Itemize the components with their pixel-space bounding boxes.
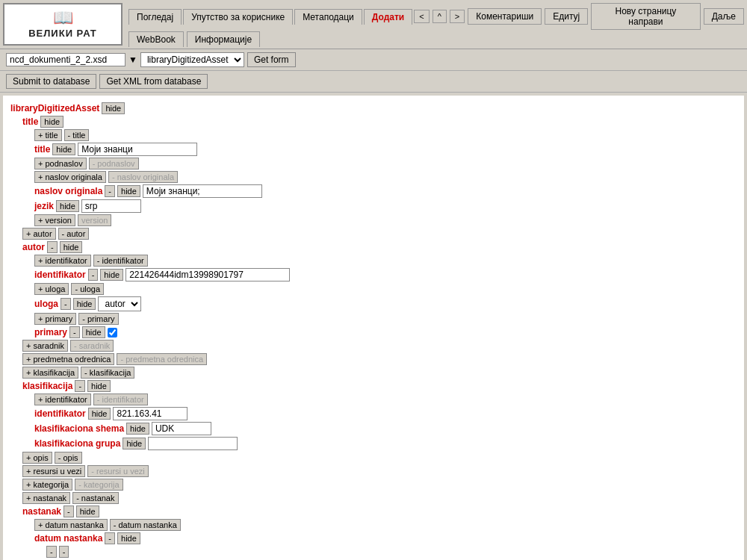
nav-metapodaci[interactable]: Метаподаци xyxy=(294,9,362,25)
minus-naslov-btn[interactable]: - naslov originala xyxy=(108,171,178,183)
klasifikacija-label: klasifikacija xyxy=(22,381,72,391)
klas-shema-input[interactable] xyxy=(152,422,211,435)
plus-nastanak-btn[interactable]: + nastanak xyxy=(22,492,70,504)
nav-webbook[interactable]: WebBook xyxy=(128,31,184,47)
naslov-originala-row: naslov originala - hide xyxy=(34,184,737,198)
naslov-originala-input[interactable] xyxy=(143,184,262,198)
uloga-minus-btn[interactable]: - xyxy=(61,298,71,310)
nav-arrow-right[interactable]: > xyxy=(450,10,465,23)
minus-podnaslov-btn[interactable]: - podnaslov xyxy=(89,158,139,169)
autor-identifikator-hide-btn[interactable]: hide xyxy=(100,269,123,281)
datum-dec-btn[interactable]: - xyxy=(46,546,57,558)
klas-grupa-hide-btn[interactable]: hide xyxy=(123,438,146,449)
plus-uloga-btn[interactable]: + uloga xyxy=(34,283,69,295)
nav-informacije[interactable]: Информације xyxy=(187,31,260,47)
nav-uputstvo[interactable]: Упутство за кориснике xyxy=(183,9,293,25)
get-form-button[interactable]: Get form xyxy=(247,52,296,67)
submit-db-button[interactable]: Submit to database xyxy=(6,74,96,89)
autor-hide-btn[interactable]: hide xyxy=(60,241,83,253)
klasifikacija-hide-btn[interactable]: hide xyxy=(87,380,111,392)
minus-nastanak-btn[interactable]: - nastanak xyxy=(72,492,118,504)
plus-klas-identifikator-btn[interactable]: + identifikator xyxy=(34,393,91,405)
title-field-hide-btn[interactable]: hide xyxy=(52,143,75,155)
primary-minus-btn[interactable]: - xyxy=(69,326,80,338)
primary-checkbox[interactable] xyxy=(108,328,117,337)
plus-klasifikacija-btn[interactable]: + klasifikacija xyxy=(22,367,78,379)
minus-uloga-btn[interactable]: - uloga xyxy=(71,283,104,295)
naslov-minus-btn[interactable]: - xyxy=(105,185,115,197)
title-input[interactable] xyxy=(78,143,197,156)
uloga-hide-btn[interactable]: hide xyxy=(73,298,96,310)
nav-arrow-up[interactable]: ^ xyxy=(433,10,447,23)
datum-minus-btn[interactable]: - xyxy=(105,532,115,544)
jezik-hide-btn[interactable]: hide xyxy=(56,200,79,212)
minus-kategorija-btn[interactable]: - kategorija xyxy=(75,479,123,491)
nav-edituj[interactable]: Едитуј xyxy=(545,8,588,25)
plus-resursi-btn[interactable]: + resursi u vezi xyxy=(22,465,85,477)
minus-primary-btn[interactable]: - primary xyxy=(78,313,118,325)
klas-identifikator-input[interactable] xyxy=(113,407,187,420)
minus-predmetna-btn[interactable]: - predmetna odrednica xyxy=(117,353,207,365)
primary-hide-btn[interactable]: hide xyxy=(82,326,105,338)
plus-saradnik-btn[interactable]: + saradnik xyxy=(22,340,68,352)
nav-arrow-left[interactable]: < xyxy=(414,10,429,23)
title-section-header: title hide xyxy=(22,116,737,128)
autor-controls-row: + autor - autor xyxy=(22,228,737,240)
primary-row: primary - hide xyxy=(34,326,737,338)
autor-identifikator-input[interactable] xyxy=(125,268,290,281)
plus-primary-btn[interactable]: + primary xyxy=(34,313,76,325)
root-label: libraryDigitizedAsset xyxy=(10,103,99,113)
uloga-select[interactable]: autor xyxy=(98,296,141,311)
minus-saradnik-btn[interactable]: - saradnik xyxy=(70,340,114,352)
nav-pogledaj[interactable]: Погледај xyxy=(128,9,182,25)
klas-shema-hide-btn[interactable]: hide xyxy=(126,423,149,435)
minus-autor-identifikator-btn[interactable]: - identifikator xyxy=(93,255,148,267)
klas-grupa-input[interactable] xyxy=(148,437,238,450)
klas-identifikator-hide-btn[interactable]: hide xyxy=(88,408,111,420)
datum-label: datum nastanka xyxy=(34,533,102,544)
plus-autor-identifikator-btn[interactable]: + identifikator xyxy=(34,255,91,267)
autor-identifikator-controls: + identifikator - identifikator xyxy=(34,255,737,267)
minus-opis-btn[interactable]: - opis xyxy=(55,452,82,464)
get-xml-button[interactable]: Get XML from database xyxy=(99,74,208,89)
plus-datum-btn[interactable]: + datum nastanka xyxy=(34,519,108,531)
nastanak-hide-btn[interactable]: hide xyxy=(76,505,99,517)
klasifikacija-minus-btn[interactable]: - xyxy=(75,380,85,392)
plus-autor-btn[interactable]: + autor xyxy=(22,228,56,240)
nastanak-minus-btn[interactable]: - xyxy=(63,505,74,517)
autor-identifikator-label: identifikator xyxy=(34,270,86,280)
nav-dalje[interactable]: Даље xyxy=(704,8,744,25)
nav-komentarisi[interactable]: Коментариши xyxy=(468,8,542,25)
plus-podnaslov-btn[interactable]: + podnaslov xyxy=(34,158,87,169)
minus-klasifikacija-btn[interactable]: - klasifikacija xyxy=(81,367,134,379)
minus-title-btn[interactable]: - title xyxy=(64,129,90,141)
nav-dodati[interactable]: Додати xyxy=(364,9,412,25)
datum-dec2-btn[interactable]: - xyxy=(59,546,69,558)
nav-novu-stranicu[interactable]: Нову страницу направи xyxy=(591,3,700,30)
root-hide-btn[interactable]: hide xyxy=(102,102,125,114)
autor-label: autor xyxy=(22,242,45,252)
autor-minus-btn[interactable]: - xyxy=(47,241,58,253)
datum-hide-btn[interactable]: hide xyxy=(117,532,140,544)
version-row: + version version xyxy=(34,214,737,226)
autor-identifikator-minus-btn[interactable]: - xyxy=(88,269,99,281)
plus-kategorija-btn[interactable]: + kategorija xyxy=(22,479,72,491)
autor-identifikator-row: identifikator - hide xyxy=(34,268,737,281)
plus-opis-btn[interactable]: + opis xyxy=(22,452,52,464)
naslov-hide-btn[interactable]: hide xyxy=(117,185,140,197)
plus-predmetna-btn[interactable]: + predmetna odrednica xyxy=(22,353,114,365)
asset-select[interactable]: libraryDigitizedAsset xyxy=(140,52,244,67)
minus-autor-btn[interactable]: - autor xyxy=(58,228,90,240)
title-hide-btn[interactable]: hide xyxy=(40,116,63,128)
minus-datum-btn[interactable]: - datum nastanka xyxy=(110,519,181,531)
plus-title-btn[interactable]: + title xyxy=(34,129,62,141)
minus-version-btn[interactable]: version xyxy=(78,214,111,226)
minus-klas-identifikator-btn[interactable]: - identifikator xyxy=(93,393,148,405)
plus-naslov-btn[interactable]: + naslov originala xyxy=(34,171,106,183)
klas-grupa-label: klasifikaciona grupa xyxy=(34,438,120,449)
plus-version-btn[interactable]: + version xyxy=(34,214,75,226)
jezik-input[interactable] xyxy=(81,199,141,213)
minus-resursi-btn[interactable]: - resursi u vezi xyxy=(87,465,149,477)
uloga-controls: + uloga - uloga xyxy=(34,283,737,295)
xsd-input[interactable] xyxy=(6,53,125,66)
